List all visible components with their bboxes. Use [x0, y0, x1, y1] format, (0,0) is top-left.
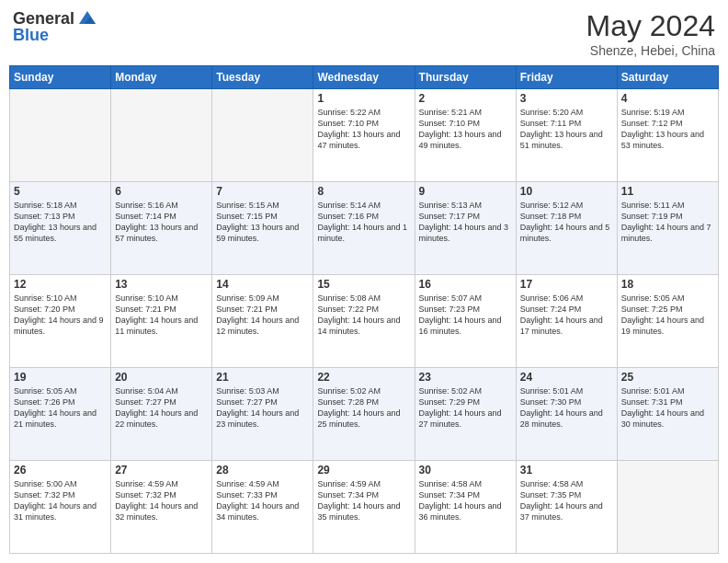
day-info: Sunrise: 5:12 AMSunset: 7:18 PMDaylight:… [520, 200, 613, 245]
header-wednesday: Wednesday [313, 66, 415, 89]
location: Shenze, Hebei, China [586, 43, 715, 58]
table-cell: 18Sunrise: 5:05 AMSunset: 7:25 PMDayligh… [617, 275, 718, 368]
day-number: 12 [14, 278, 107, 291]
day-info: Sunrise: 5:06 AMSunset: 7:24 PMDaylight:… [520, 293, 613, 338]
header-tuesday: Tuesday [212, 66, 313, 89]
calendar-week-row: 12Sunrise: 5:10 AMSunset: 7:20 PMDayligh… [10, 275, 719, 368]
table-cell: 17Sunrise: 5:06 AMSunset: 7:24 PMDayligh… [516, 275, 617, 368]
header-friday: Friday [516, 66, 617, 89]
day-info: Sunrise: 5:21 AMSunset: 7:10 PMDaylight:… [419, 107, 512, 152]
table-cell: 27Sunrise: 4:59 AMSunset: 7:32 PMDayligh… [111, 461, 212, 554]
day-number: 2 [419, 92, 512, 105]
day-info: Sunrise: 4:58 AMSunset: 7:34 PMDaylight:… [419, 478, 512, 523]
day-info: Sunrise: 5:20 AMSunset: 7:11 PMDaylight:… [520, 107, 613, 152]
day-info: Sunrise: 5:10 AMSunset: 7:21 PMDaylight:… [115, 293, 208, 338]
weekday-header-row: Sunday Monday Tuesday Wednesday Thursday… [10, 66, 719, 89]
table-cell [212, 89, 313, 182]
day-info: Sunrise: 5:01 AMSunset: 7:31 PMDaylight:… [621, 385, 714, 431]
day-info: Sunrise: 5:10 AMSunset: 7:20 PMDaylight:… [14, 293, 107, 338]
table-cell: 2Sunrise: 5:21 AMSunset: 7:10 PMDaylight… [415, 89, 516, 182]
calendar-week-row: 5Sunrise: 5:18 AMSunset: 7:13 PMDaylight… [10, 182, 719, 275]
logo: General Blue [13, 9, 97, 45]
table-cell: 24Sunrise: 5:01 AMSunset: 7:30 PMDayligh… [516, 368, 617, 461]
table-cell: 22Sunrise: 5:02 AMSunset: 7:28 PMDayligh… [313, 368, 415, 461]
day-info: Sunrise: 5:02 AMSunset: 7:28 PMDaylight:… [317, 385, 410, 431]
day-info: Sunrise: 5:13 AMSunset: 7:17 PMDaylight:… [419, 200, 512, 245]
table-cell: 13Sunrise: 5:10 AMSunset: 7:21 PMDayligh… [111, 275, 212, 368]
table-cell: 30Sunrise: 4:58 AMSunset: 7:34 PMDayligh… [415, 461, 516, 554]
day-info: Sunrise: 4:58 AMSunset: 7:35 PMDaylight:… [520, 478, 613, 523]
day-number: 9 [419, 185, 512, 198]
day-number: 23 [419, 371, 512, 384]
day-number: 11 [621, 185, 714, 198]
calendar-table: Sunday Monday Tuesday Wednesday Thursday… [9, 65, 719, 554]
table-cell: 19Sunrise: 5:05 AMSunset: 7:26 PMDayligh… [10, 368, 111, 461]
table-cell: 31Sunrise: 4:58 AMSunset: 7:35 PMDayligh… [516, 461, 617, 554]
day-number: 16 [419, 278, 512, 291]
day-number: 1 [317, 92, 410, 105]
day-number: 7 [216, 185, 309, 198]
day-number: 8 [317, 185, 410, 198]
day-number: 30 [419, 464, 512, 477]
day-info: Sunrise: 5:04 AMSunset: 7:27 PMDaylight:… [115, 385, 208, 431]
table-cell: 1Sunrise: 5:22 AMSunset: 7:10 PMDaylight… [313, 89, 415, 182]
day-info: Sunrise: 5:16 AMSunset: 7:14 PMDaylight:… [115, 200, 208, 245]
table-cell: 6Sunrise: 5:16 AMSunset: 7:14 PMDaylight… [111, 182, 212, 275]
day-number: 18 [621, 278, 714, 291]
day-number: 29 [317, 464, 410, 477]
day-number: 13 [115, 278, 208, 291]
header: General Blue May 2024 Shenze, Hebei, Chi… [9, 9, 719, 58]
day-number: 4 [621, 92, 714, 105]
table-cell [111, 89, 212, 182]
header-monday: Monday [111, 66, 212, 89]
table-cell: 14Sunrise: 5:09 AMSunset: 7:21 PMDayligh… [212, 275, 313, 368]
day-number: 5 [14, 185, 107, 198]
header-saturday: Saturday [617, 66, 718, 89]
day-number: 26 [14, 464, 107, 477]
day-number: 10 [520, 185, 613, 198]
calendar-week-row: 26Sunrise: 5:00 AMSunset: 7:32 PMDayligh… [10, 461, 719, 554]
day-info: Sunrise: 5:05 AMSunset: 7:26 PMDaylight:… [14, 385, 107, 431]
day-info: Sunrise: 5:03 AMSunset: 7:27 PMDaylight:… [216, 385, 309, 431]
day-number: 3 [520, 92, 613, 105]
table-cell: 8Sunrise: 5:14 AMSunset: 7:16 PMDaylight… [313, 182, 415, 275]
day-number: 14 [216, 278, 309, 291]
day-number: 24 [520, 371, 613, 384]
day-info: Sunrise: 4:59 AMSunset: 7:33 PMDaylight:… [216, 478, 309, 523]
day-info: Sunrise: 5:05 AMSunset: 7:25 PMDaylight:… [621, 293, 714, 338]
day-info: Sunrise: 5:08 AMSunset: 7:22 PMDaylight:… [317, 293, 410, 338]
table-cell: 20Sunrise: 5:04 AMSunset: 7:27 PMDayligh… [111, 368, 212, 461]
day-info: Sunrise: 5:02 AMSunset: 7:29 PMDaylight:… [419, 385, 512, 431]
table-cell: 21Sunrise: 5:03 AMSunset: 7:27 PMDayligh… [212, 368, 313, 461]
day-info: Sunrise: 5:22 AMSunset: 7:10 PMDaylight:… [317, 107, 410, 152]
table-cell: 25Sunrise: 5:01 AMSunset: 7:31 PMDayligh… [617, 368, 718, 461]
header-thursday: Thursday [415, 66, 516, 89]
table-cell: 10Sunrise: 5:12 AMSunset: 7:18 PMDayligh… [516, 182, 617, 275]
table-cell: 7Sunrise: 5:15 AMSunset: 7:15 PMDaylight… [212, 182, 313, 275]
day-number: 17 [520, 278, 613, 291]
day-number: 31 [520, 464, 613, 477]
table-cell: 29Sunrise: 4:59 AMSunset: 7:34 PMDayligh… [313, 461, 415, 554]
day-number: 15 [317, 278, 410, 291]
day-info: Sunrise: 5:00 AMSunset: 7:32 PMDaylight:… [14, 478, 107, 523]
table-cell: 26Sunrise: 5:00 AMSunset: 7:32 PMDayligh… [10, 461, 111, 554]
day-info: Sunrise: 5:14 AMSunset: 7:16 PMDaylight:… [317, 200, 410, 245]
page: General Blue May 2024 Shenze, Hebei, Chi… [0, 0, 728, 563]
day-number: 21 [216, 371, 309, 384]
day-number: 27 [115, 464, 208, 477]
day-number: 6 [115, 185, 208, 198]
day-info: Sunrise: 5:07 AMSunset: 7:23 PMDaylight:… [419, 293, 512, 338]
table-cell [617, 461, 718, 554]
day-number: 28 [216, 464, 309, 477]
day-number: 22 [317, 371, 410, 384]
table-cell: 23Sunrise: 5:02 AMSunset: 7:29 PMDayligh… [415, 368, 516, 461]
day-info: Sunrise: 5:09 AMSunset: 7:21 PMDaylight:… [216, 293, 309, 338]
logo-icon [77, 7, 97, 28]
logo-blue: Blue [13, 26, 97, 45]
day-info: Sunrise: 5:18 AMSunset: 7:13 PMDaylight:… [14, 200, 107, 245]
day-info: Sunrise: 5:19 AMSunset: 7:12 PMDaylight:… [621, 107, 714, 152]
table-cell: 11Sunrise: 5:11 AMSunset: 7:19 PMDayligh… [617, 182, 718, 275]
day-info: Sunrise: 5:15 AMSunset: 7:15 PMDaylight:… [216, 200, 309, 245]
table-cell: 9Sunrise: 5:13 AMSunset: 7:17 PMDaylight… [415, 182, 516, 275]
table-cell: 28Sunrise: 4:59 AMSunset: 7:33 PMDayligh… [212, 461, 313, 554]
